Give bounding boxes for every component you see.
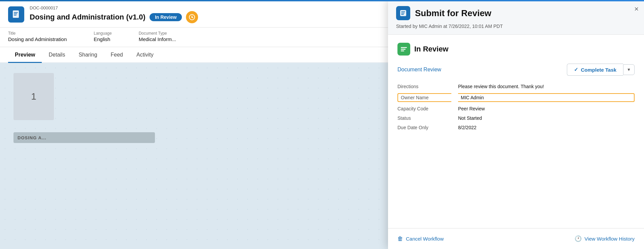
svg-rect-7 bbox=[401, 47, 407, 48]
page-content-bar: DOSING A... bbox=[13, 132, 155, 143]
meta-doctype: Document Type Medical Inform... bbox=[139, 31, 176, 42]
view-history-button[interactable]: 🕐 View Workflow History bbox=[575, 235, 635, 242]
complete-task-label: Complete Task bbox=[581, 67, 617, 73]
meta-language-label: Language bbox=[94, 31, 111, 36]
meta-doctype-label: Document Type bbox=[139, 31, 176, 36]
section-header: In Review bbox=[397, 43, 635, 56]
tab-details[interactable]: Details bbox=[42, 47, 72, 63]
meta-doctype-value: Medical Inform... bbox=[139, 36, 176, 42]
svg-rect-2 bbox=[14, 13, 17, 14]
svg-rect-9 bbox=[401, 50, 404, 51]
panel-body: In Review Document Review ✓ Complete Tas… bbox=[388, 35, 644, 228]
close-button[interactable]: × bbox=[634, 5, 639, 13]
meta-language-value: English bbox=[94, 36, 111, 42]
workflow-icon-button[interactable] bbox=[186, 11, 198, 23]
tab-activity[interactable]: Activity bbox=[130, 47, 160, 63]
panel-title: Submit for Review bbox=[415, 8, 491, 19]
page-thumbnail: 1 bbox=[13, 73, 54, 120]
due-date-value: 8/2/2022 bbox=[458, 125, 635, 130]
directions-label: Directions bbox=[397, 84, 451, 89]
status-label: Status bbox=[397, 115, 451, 121]
task-details: Directions Please review this document. … bbox=[397, 84, 635, 130]
status-value: Not Started bbox=[458, 115, 635, 121]
complete-task-group: ✓ Complete Task ▼ bbox=[567, 64, 635, 76]
cancel-workflow-button[interactable]: 🗑 Cancel Workflow bbox=[397, 236, 444, 242]
trash-icon: 🗑 bbox=[397, 236, 403, 242]
doc-id: DOC-0000017 bbox=[30, 5, 198, 10]
meta-title-value: Dosing and Administration bbox=[8, 36, 67, 42]
panel-icon bbox=[396, 6, 410, 20]
tab-preview[interactable]: Preview bbox=[8, 47, 42, 63]
meta-language: Language English bbox=[94, 31, 111, 42]
doc-review-row: Document Review ✓ Complete Task ▼ bbox=[397, 64, 635, 76]
meta-title-label: Title bbox=[8, 31, 67, 36]
svg-point-5 bbox=[191, 16, 193, 18]
capacity-code-value: Peer Review bbox=[458, 106, 635, 111]
complete-task-check-icon: ✓ bbox=[574, 67, 578, 73]
section-title: In Review bbox=[414, 45, 448, 54]
doc-title: Dosing and Administration (v1.0) bbox=[30, 13, 146, 22]
complete-task-dropdown-button[interactable]: ▼ bbox=[623, 64, 635, 75]
top-accent-bar bbox=[0, 0, 644, 1]
capacity-code-label: Capacity Code bbox=[397, 106, 451, 111]
owner-name-value: MIC Admin bbox=[458, 93, 635, 102]
tab-feed[interactable]: Feed bbox=[104, 47, 130, 63]
doc-title-block: DOC-0000017 Dosing and Administration (v… bbox=[30, 5, 198, 23]
section-icon bbox=[397, 43, 410, 56]
owner-name-label: Owner Name bbox=[397, 93, 451, 102]
due-date-label: Due Date Only bbox=[397, 125, 451, 130]
doc-title-row: Dosing and Administration (v1.0) In Revi… bbox=[30, 11, 198, 23]
panel-header: Submit for Review Started by MIC Admin a… bbox=[388, 0, 644, 35]
content-bar-text: DOSING A... bbox=[18, 135, 46, 140]
history-icon: 🕐 bbox=[575, 235, 582, 242]
tab-sharing[interactable]: Sharing bbox=[72, 47, 104, 63]
complete-task-button[interactable]: ✓ Complete Task bbox=[567, 64, 623, 76]
directions-value: Please review this document. Thank you! bbox=[458, 84, 635, 89]
cancel-workflow-label: Cancel Workflow bbox=[406, 236, 444, 242]
view-history-label: View Workflow History bbox=[584, 236, 635, 242]
status-badge: In Review bbox=[150, 13, 182, 21]
svg-rect-1 bbox=[14, 12, 18, 13]
doc-icon bbox=[8, 6, 24, 23]
svg-rect-8 bbox=[401, 49, 406, 50]
panel-subtitle: Started by MIC Admin at 7/26/2022, 10:01… bbox=[396, 24, 636, 29]
page-number: 1 bbox=[31, 91, 36, 102]
panel-footer: 🗑 Cancel Workflow 🕐 View Workflow Histor… bbox=[388, 228, 644, 249]
panel-title-row: Submit for Review bbox=[396, 6, 636, 20]
document-review-link[interactable]: Document Review bbox=[397, 67, 441, 73]
svg-rect-3 bbox=[14, 15, 17, 15]
meta-title: Title Dosing and Administration bbox=[8, 31, 67, 42]
overlay-panel: Submit for Review Started by MIC Admin a… bbox=[388, 0, 644, 249]
